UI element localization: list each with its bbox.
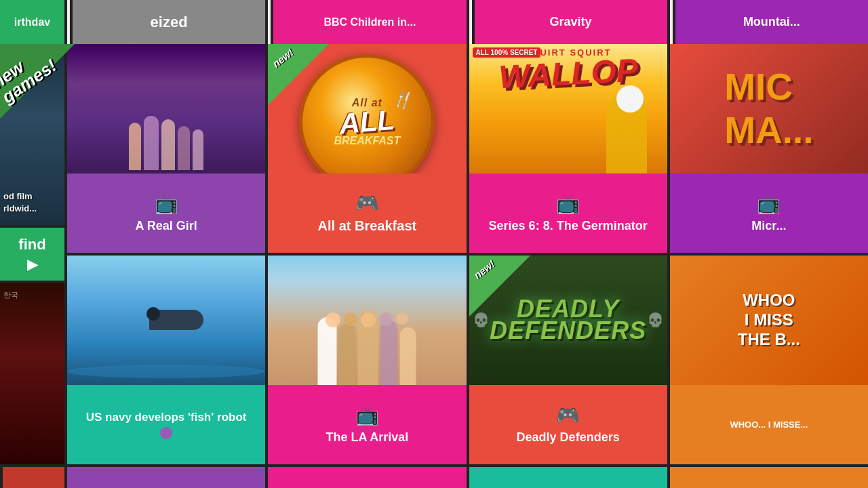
tv-icon-micro: 📺 [757, 192, 781, 215]
bottom-tile-2[interactable] [268, 467, 466, 488]
new-badge-breakfast: new! [268, 44, 329, 105]
tile-deadly-title: Deadly Defenders [511, 430, 625, 445]
top-tile-bbc[interactable]: BBC Children in... [273, 0, 466, 44]
find-button[interactable]: find ▶ [0, 228, 64, 281]
tile-micro-title: Micr... [746, 219, 791, 234]
whoops-text: WHOOI MISSTHE B... [731, 284, 807, 356]
left-tile-top-label: od film rldwid... [3, 190, 37, 215]
percent-badge: ALL 100% SECRET [473, 47, 541, 58]
tile-us-navy[interactable]: US navy develops 'fish' robot [67, 256, 265, 464]
tile-all-at-breakfast[interactable]: new! All at ALL BREAKFAST 🍴 [268, 44, 466, 253]
content-grid: 📺 A Real Girl new! All at [64, 44, 868, 464]
left-sidebar: new games! od film rldwid... find ▶ 한국 [0, 44, 64, 464]
tile-real-girl[interactable]: 📺 A Real Girl [67, 44, 265, 253]
top-tile-birthday[interactable]: irthdav [0, 0, 64, 44]
bottom-strip [0, 464, 868, 488]
tile-whoops[interactable]: WHOOI MISSTHE B... WHOO... I MISSE... [670, 256, 868, 464]
find-label: find [18, 236, 45, 253]
left-tile-top[interactable]: od film rldwid... [0, 44, 64, 225]
tile-real-girl-title: A Real Girl [130, 219, 202, 234]
tile-navy-title: US navy develops 'fish' robot [81, 410, 252, 424]
tile-la-arrival[interactable]: 📺 The LA Arrival [268, 256, 466, 464]
tv-icon: 📺 [155, 192, 178, 215]
tile-deadly-defenders[interactable]: new! DEADLYDEFENDERS 💀 💀 🎮 Deadly Defe [469, 256, 667, 464]
tile-germinator-title: Series 6: 8. The Germinator [484, 219, 653, 234]
top-tile-mountain[interactable]: Mountai... [675, 0, 868, 44]
find-arrow-icon: ▶ [27, 256, 37, 272]
bottom-tile-4[interactable] [670, 467, 868, 488]
bottom-left[interactable] [3, 467, 64, 488]
tile-germinator[interactable]: SQUIRT SQUIRT WALLOP ALL 100% SECRET 📺 S… [469, 44, 667, 253]
tile-breakfast-title: All at Breakfast [318, 218, 417, 234]
robot-sphere-icon [160, 427, 172, 439]
tv-icon-la: 📺 [355, 404, 379, 426]
top-tile-gravity[interactable]: Gravity [475, 0, 667, 44]
main-area: new games! od film rldwid... find ▶ 한국 [0, 44, 868, 464]
tile-micro[interactable]: MICMA... 📺 Micr... [670, 44, 868, 253]
tv-icon-germinator: 📺 [556, 192, 580, 215]
tile-la-title: The LA Arrival [321, 430, 414, 445]
gamepad-icon-breakfast: 🎮 [355, 192, 379, 214]
top-tile-seized[interactable]: eized [73, 0, 265, 44]
bottom-tile-3[interactable] [469, 467, 667, 488]
gamepad-icon-deadly: 🎮 [556, 404, 580, 426]
page-wrapper: irthdav eized BBC Children in... Gravity… [0, 0, 868, 488]
micro-text: MICMA... [724, 65, 813, 152]
top-bar: irthdav eized BBC Children in... Gravity… [0, 0, 868, 44]
tile-whoops-title: WHOO... I MISSE... [724, 420, 813, 430]
new-badge-deadly: new! [469, 256, 530, 317]
left-tile-bottom[interactable]: 한국 [0, 283, 64, 464]
bottom-tile-1[interactable] [67, 467, 265, 488]
